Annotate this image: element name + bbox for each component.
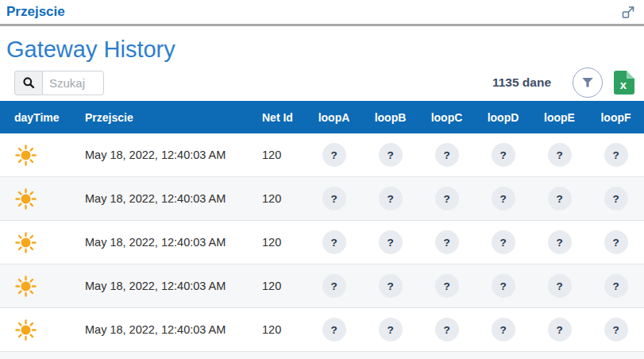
column-header-loopb[interactable]: loopB [362,111,418,124]
przejscie-cell: May 18, 2022, 12:40:03 AM [85,149,258,161]
loopd-status-button[interactable]: ? [492,143,515,167]
table-row: May 18, 2022, 12:40:03 AM 120 ? ? ? ? ? … [0,133,644,177]
loopa-status-button[interactable]: ? [322,143,346,167]
column-header-netid[interactable]: Net Id [258,111,306,124]
loopf-status-button[interactable]: ? [604,187,628,210]
sun-icon [15,276,37,297]
funnel-icon [581,77,594,88]
gateway-history-page: Przejscie Gateway History 1135 d [0,0,644,359]
daytime-cell [0,319,85,341]
loopa-status-button[interactable]: ? [322,187,346,210]
loopf-cell: ? [588,230,644,254]
loopa-cell: ? [306,187,362,210]
loope-status-button[interactable]: ? [548,274,572,298]
loopd-status-button[interactable]: ? [492,274,515,298]
loopc-cell: ? [418,274,475,298]
column-header-daytime[interactable]: dayTime [0,111,85,124]
loopd-status-button[interactable]: ? [492,230,515,254]
sun-icon [15,145,37,166]
loopf-status-button[interactable]: ? [604,143,628,167]
loopf-cell: ? [588,187,644,210]
expand-window-icon [620,4,636,20]
loopb-cell: ? [362,318,418,342]
loope-cell: ? [531,187,588,210]
filter-button[interactable] [573,68,603,98]
search-addon [14,71,42,95]
window-title: Przejscie [6,4,65,20]
loopc-cell: ? [418,318,475,342]
loope-status-button[interactable]: ? [548,143,572,167]
loopb-status-button[interactable]: ? [379,274,403,298]
search-input[interactable] [42,71,104,95]
window-titlebar: Przejscie [0,0,644,26]
table-body: May 18, 2022, 12:40:03 AM 120 ? ? ? ? ? … [0,133,644,359]
loopf-status-button[interactable]: ? [604,318,628,342]
loopc-status-button[interactable]: ? [435,187,459,210]
table-row: May 18, 2022, 12:40:03 AM 120 ? ? ? ? ? … [0,308,644,352]
loopd-cell: ? [475,187,531,210]
loopb-cell: ? [362,230,418,254]
przejscie-cell: May 18, 2022, 12:40:03 AM [85,192,258,205]
daytime-cell [0,188,85,210]
netid-cell: 120 [258,236,306,249]
loopa-cell: ? [306,318,362,342]
column-header-loopd[interactable]: loopD [475,111,531,124]
table-row: May 18, 2022, 12:40:03 AM 120 ? ? ? ? ? … [0,177,644,221]
column-header-loopc[interactable]: loopC [418,111,475,124]
przejscie-cell: May 18, 2022, 12:40:03 AM [85,280,258,292]
przejscie-cell: May 18, 2022, 12:40:03 AM [85,236,258,249]
loope-cell: ? [531,318,588,342]
table-row: May 18, 2022, 12:40:03 AM 120 ? ? ? ? ? … [0,221,644,264]
przejscie-cell: May 18, 2022, 12:40:03 AM [85,323,258,336]
loopf-status-button[interactable]: ? [604,274,628,298]
loopc-cell: ? [418,187,475,210]
loopd-cell: ? [475,230,531,254]
sun-icon [15,319,37,341]
loopc-status-button[interactable]: ? [435,143,459,167]
loopb-status-button[interactable]: ? [379,143,403,167]
loope-status-button[interactable]: ? [548,230,572,254]
loope-status-button[interactable]: ? [548,187,572,210]
loope-cell: ? [531,230,588,254]
svg-text:x: x [620,78,627,91]
toolbar-right: 1135 dane x [492,68,634,98]
expand-window-button[interactable] [620,4,636,20]
loopc-status-button[interactable]: ? [435,230,459,254]
loopf-cell: ? [588,143,644,167]
export-excel-button[interactable]: x [614,71,634,95]
column-header-przejscie[interactable]: Przejscie [85,111,258,124]
loopc-status-button[interactable]: ? [435,318,459,342]
column-header-loopa[interactable]: loopA [306,111,362,124]
excel-export-icon: x [614,71,634,95]
loopb-status-button[interactable]: ? [379,187,403,210]
loopb-status-button[interactable]: ? [379,318,403,342]
loopd-status-button[interactable]: ? [492,187,515,210]
loopf-status-button[interactable]: ? [604,230,628,254]
loopc-status-button[interactable]: ? [435,274,459,298]
column-header-loopf[interactable]: loopF [588,111,644,124]
loopb-cell: ? [362,274,418,298]
daytime-cell [0,145,85,166]
netid-cell: 120 [258,149,306,161]
loopa-status-button[interactable]: ? [322,318,346,342]
loope-cell: ? [531,274,588,298]
loopa-cell: ? [306,143,362,167]
loopa-cell: ? [306,230,362,254]
loopd-cell: ? [475,274,531,298]
column-header-loope[interactable]: loopE [531,111,588,124]
loopd-cell: ? [475,318,531,342]
daytime-cell [0,276,85,297]
netid-cell: 120 [258,323,306,336]
loopd-cell: ? [475,143,531,167]
daytime-cell [0,232,85,253]
loopa-status-button[interactable]: ? [322,230,346,254]
loopd-status-button[interactable]: ? [492,318,515,342]
loopb-cell: ? [362,143,418,167]
loopa-status-button[interactable]: ? [322,274,346,298]
page-title: Gateway History [6,37,644,63]
loopb-status-button[interactable]: ? [379,230,403,254]
record-count: 1135 dane [492,75,551,90]
netid-cell: 120 [258,280,306,292]
loope-status-button[interactable]: ? [548,318,572,342]
loopf-cell: ? [588,274,644,298]
